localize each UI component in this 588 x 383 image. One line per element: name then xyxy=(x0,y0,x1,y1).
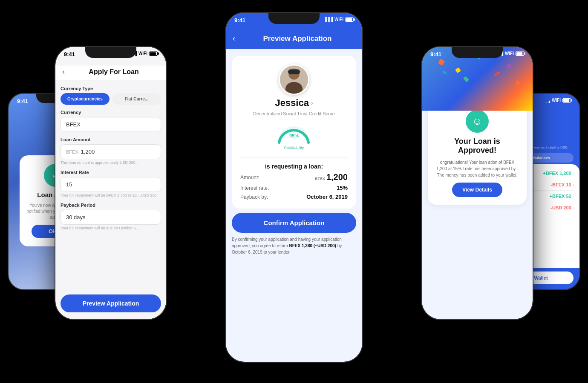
creditability-label: Creditability xyxy=(284,146,304,150)
chevron-right-icon: › xyxy=(573,194,574,199)
back-arrow-icon[interactable]: ‹ xyxy=(62,67,65,76)
tx-right: +BFEX 1,200 › xyxy=(543,171,574,176)
payback-period-input[interactable]: 30 days xyxy=(61,210,161,225)
chevron-right-icon: › xyxy=(573,171,574,176)
confirm-section: Confirm Application By confirming your a… xyxy=(226,213,362,255)
card-divider xyxy=(240,157,348,158)
currency-type-toggle: Cryptocurrencies Fiat Curre... xyxy=(61,93,161,105)
phone-1-time: 9:41 xyxy=(17,98,28,104)
phone-4-screen-container: 9:41 ▐▐▐ WiFi xyxy=(422,47,533,319)
payback-row: Payback by: October 6, 2019 xyxy=(240,194,348,200)
interest-hint: Your full repayment will be BFEX 1,380 o… xyxy=(61,193,161,197)
battery-icon xyxy=(345,17,354,22)
currency-type-section: Currency Type Cryptocurrencies Fiat Curr… xyxy=(61,86,161,105)
phone-4-time: 9:41 xyxy=(430,51,441,57)
payback-period-section: Payback Period 30 days Your full repayme… xyxy=(61,203,161,230)
tx-amount: -USD 200 xyxy=(551,205,571,210)
currency-type-label: Currency Type xyxy=(61,86,161,91)
interest-value: 15% xyxy=(337,185,348,191)
phone-3-status-icons: ▐▐▐ WiFi xyxy=(324,17,354,22)
phone-3-screen-container: 9:41 ▐▐▐ WiFi ‹ Preview Application xyxy=(226,13,362,362)
interest-row: Interest rate: 15% xyxy=(240,185,348,191)
phone-2-shell: 9:41 ▐▐▐ WiFi ‹ Apply For Loan Currency … xyxy=(55,47,166,319)
payback-by-value: October 6, 2019 xyxy=(306,194,348,200)
avatar-image xyxy=(280,64,308,95)
tx-amount: +BFEX 1,200 xyxy=(543,171,571,176)
interest-label: Interest rate: xyxy=(240,185,269,191)
phones-container: 9:41 ▐▐▐ WiFi ✓ Loan Appl... You've now … xyxy=(0,0,588,383)
phone-2-notch xyxy=(85,47,136,58)
phone-3-header: ‹ Preview Application xyxy=(226,31,362,49)
confirm-disclaimer: By confirming your application and havin… xyxy=(232,236,356,255)
interest-rate-value: 15 xyxy=(66,181,72,188)
fiat-btn[interactable]: Fiat Curre... xyxy=(112,93,161,105)
payback-hint: Your full repayment will be due on Octob… xyxy=(61,226,161,230)
wifi-icon: WiFi xyxy=(552,98,561,103)
confirm-application-button[interactable]: Confirm Application xyxy=(232,213,356,233)
loan-amount-input[interactable]: BFEX 1,200 xyxy=(61,144,161,159)
currency-label: Currency xyxy=(61,110,161,115)
tx-right: -USD 200 › xyxy=(551,205,574,210)
battery-icon xyxy=(149,51,158,56)
interest-rate-input[interactable]: 15 xyxy=(61,177,161,192)
phone-2-time: 9:41 xyxy=(64,51,75,57)
loan-amount-section: Loan Amount BFEX 1,200 This loan amount … xyxy=(61,137,161,165)
bfex-tag: BFEX xyxy=(315,177,325,181)
phone-2-header: ‹ Apply For Loan xyxy=(55,66,166,81)
currency-input[interactable]: BFEX xyxy=(61,117,161,132)
svg-text:95%: 95% xyxy=(289,133,299,138)
creditability-gauge: 95% Creditability xyxy=(275,121,313,150)
loan-amount-value: BFEX 1,200 xyxy=(315,172,348,182)
view-details-button[interactable]: View Details xyxy=(452,183,502,197)
phone-2-screen-container: 9:41 ▐▐▐ WiFi ‹ Apply For Loan Currency … xyxy=(55,47,166,319)
battery-icon xyxy=(516,51,524,56)
phone-3-time: 9:41 xyxy=(234,17,245,23)
phone-3-shell: 9:41 ▐▐▐ WiFi ‹ Preview Application xyxy=(226,13,362,362)
phone-2-screen: 9:41 ▐▐▐ WiFi ‹ Apply For Loan Currency … xyxy=(55,47,166,319)
loan-amount-label: Loan Amount xyxy=(61,137,161,142)
user-subtitle: Decentralized Social Trust Credit Score xyxy=(253,111,335,116)
loan-amount-value: 1,200 xyxy=(81,149,95,155)
apply-for-loan-title: Apply For Loan xyxy=(68,68,159,76)
phone-4-notch xyxy=(452,47,503,58)
interest-rate-label: Interest Rate xyxy=(61,170,161,175)
user-avatar xyxy=(279,64,309,95)
approved-description: ongratulations! Your loan ation of BFEX … xyxy=(435,159,519,178)
requesting-loan-text: is requesting a loan: xyxy=(265,163,323,170)
approved-title: Your Loan is Approved! xyxy=(435,137,519,155)
interest-rate-section: Interest Rate 15 Your full repayment wil… xyxy=(61,170,161,197)
gauge-svg: 95% xyxy=(275,121,313,145)
currency-value: BFEX xyxy=(66,121,81,128)
preview-card: Jessica › Decentralized Social Trust Cre… xyxy=(232,56,356,209)
approved-smiley-icon: ☺ xyxy=(466,110,489,133)
apply-loan-form: Currency Type Cryptocurrencies Fiat Curr… xyxy=(55,81,166,290)
back-arrow-icon[interactable]: ‹ xyxy=(233,34,235,43)
user-name-arrow-icon: › xyxy=(311,100,313,106)
preview-application-title: Preview Application xyxy=(239,34,355,43)
chevron-right-icon: › xyxy=(573,183,574,187)
tx-amount: -BFEX 10 xyxy=(551,182,571,187)
loan-amount-row: Amount: BFEX 1,200 xyxy=(240,172,348,182)
phone-4-screen: 9:41 ▐▐▐ WiFi xyxy=(422,47,533,319)
signal-icon: ▐▐▐ xyxy=(324,17,333,22)
phone-3-screen: 9:41 ▐▐▐ WiFi ‹ Preview Application xyxy=(226,13,362,362)
svg-rect-4 xyxy=(288,69,300,74)
phone-4-shell: 9:41 ▐▐▐ WiFi xyxy=(422,47,533,319)
payback-period-label: Payback Period xyxy=(61,203,161,208)
tx-amount: +BFEX 52 xyxy=(550,194,571,199)
preview-application-button[interactable]: Preview Application xyxy=(61,294,161,312)
loan-amount-hint: This loan amount is approximately USD 20… xyxy=(61,160,161,165)
disclaimer-bold: BFEX 1,380 (~USD 200) xyxy=(289,243,336,248)
chevron-right-icon: › xyxy=(573,206,574,210)
wifi-icon: WiFi xyxy=(138,51,147,56)
amount-label: Amount: xyxy=(240,174,259,180)
crypto-btn[interactable]: Cryptocurrencies xyxy=(61,93,110,105)
approved-card: ☺ Your Loan is Approved! ongratulations!… xyxy=(428,102,527,205)
phone-3-notch xyxy=(268,13,320,24)
user-name: Jessica › xyxy=(275,97,313,109)
payback-period-value: 30 days xyxy=(66,214,86,220)
currency-section: Currency BFEX xyxy=(61,110,161,132)
wifi-icon: WiFi xyxy=(505,51,514,56)
wifi-icon: WiFi xyxy=(334,17,343,22)
amount-number: 1,200 xyxy=(326,172,348,182)
